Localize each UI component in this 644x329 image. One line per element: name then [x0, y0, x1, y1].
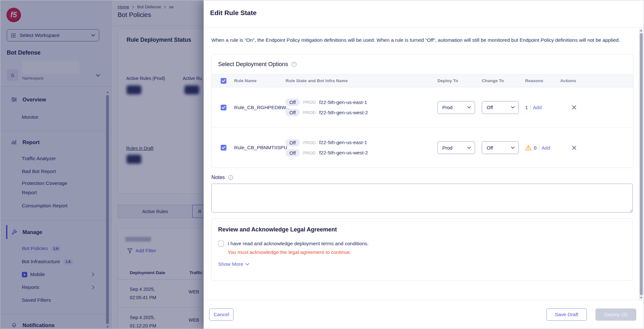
chevron-down-icon: [467, 147, 471, 149]
column-rule-name: Rule Name: [234, 78, 286, 83]
select-value: Off: [487, 105, 493, 110]
rule-name: Rule_CB_RGHPEDBW...: [234, 105, 286, 110]
show-more-link[interactable]: Show More: [218, 261, 249, 267]
rule-name: Rule_CB_PBNMTIISPU: [234, 145, 286, 151]
acknowledge-row: I have read and acknowledge deployment t…: [218, 241, 626, 247]
reasons-count: 1: [525, 105, 528, 110]
chevron-down-icon: [511, 106, 515, 108]
remove-row-button[interactable]: [570, 103, 578, 112]
remove-row-button[interactable]: [570, 143, 578, 152]
options-table-header: Rule Name Rule State and Bot Infra Name …: [212, 74, 633, 87]
modal-footer: Cancel Save Draft Deploy (2): [204, 300, 644, 329]
modal-scrollbar[interactable]: [639, 29, 643, 300]
select-value: Prod: [442, 105, 453, 110]
reasons-count: 0: [534, 145, 536, 151]
notes-textarea[interactable]: [211, 184, 633, 212]
add-reason-link[interactable]: Add: [542, 145, 550, 151]
row-checkbox[interactable]: [221, 145, 226, 151]
infra-name: f22-5th-gen-us-west-2: [319, 110, 368, 116]
state-pill: Off: [286, 149, 300, 157]
section-title: Select Deployment Options: [218, 61, 288, 68]
scroll-up-arrow[interactable]: [640, 30, 642, 31]
state-line: Off PROD f22-5th-gen-us-east-1: [286, 99, 437, 106]
notes-label: Notes: [211, 175, 225, 180]
save-draft-button[interactable]: Save Draft: [546, 308, 587, 321]
column-deploy-to: Deploy To: [437, 78, 482, 83]
footer-actions: Save Draft Deploy (2): [546, 308, 636, 321]
env-label: PROD: [303, 100, 316, 105]
state-pill: Off: [286, 99, 300, 106]
modal-body: When a rule is “On”, the Endpoint Policy…: [204, 27, 639, 300]
state-pill: Off: [286, 139, 300, 146]
legal-section-title: Review and Acknowledge Legal Agreement: [218, 226, 626, 233]
reasons-cell: 0 Add: [525, 145, 560, 151]
add-reason-link[interactable]: Add: [533, 105, 542, 110]
app-screen: f5 Select Workspace Bot Defense S Namesp…: [0, 0, 644, 329]
column-reasons: Reasons: [525, 78, 560, 83]
infra-name: f22-5th-gen-us-east-1: [319, 100, 367, 105]
state-line: Off PROD f22-5th-gen-us-west-2: [286, 109, 437, 116]
legal-error-text: You must acknowledge the legal agreement…: [228, 249, 626, 255]
env-label: PROD: [303, 140, 316, 145]
acknowledge-checkbox[interactable]: [218, 241, 224, 247]
row-checkbox[interactable]: [221, 105, 226, 110]
info-icon[interactable]: [228, 175, 233, 180]
reasons-cell: 1 Add: [525, 105, 560, 110]
rule-row: Rule_CB_RGHPEDBW... Off PROD f22-5th-gen…: [212, 87, 633, 127]
modal-title: Edit Rule State: [210, 9, 257, 17]
rule-row: Rule_CB_PBNMTIISPU Off PROD f22-5th-gen-…: [212, 127, 633, 168]
divider: [530, 105, 531, 110]
column-actions: Actions: [560, 78, 633, 83]
section-title-row: Select Deployment Options ?: [212, 54, 633, 74]
chevron-down-icon: [467, 106, 471, 108]
select-value: Off: [487, 145, 493, 151]
state-line: Off PROD f22-5th-gen-us-west-2: [286, 149, 437, 157]
help-icon[interactable]: ?: [291, 62, 297, 67]
change-to-select[interactable]: Off: [482, 141, 519, 154]
change-to-select[interactable]: Off: [482, 101, 519, 114]
deployment-options-section: Select Deployment Options ? Rule Name Ru…: [211, 54, 633, 168]
show-more-label: Show More: [218, 261, 243, 267]
chevron-down-icon: [511, 147, 515, 149]
acknowledge-label: I have read and acknowledge deployment t…: [228, 241, 369, 247]
divider: [539, 145, 539, 151]
deploy-button[interactable]: Deploy (2): [595, 308, 636, 321]
select-value: Prod: [442, 145, 453, 151]
legal-agreement-section: Review and Acknowledge Legal Agreement I…: [211, 218, 633, 281]
svg-text:?: ?: [293, 63, 295, 66]
column-change-to: Change To: [482, 78, 525, 83]
warning-icon: [525, 145, 532, 151]
scroll-down-arrow[interactable]: [640, 297, 642, 299]
modal-header: Edit Rule State: [204, 0, 644, 28]
env-label: PROD: [303, 151, 316, 155]
rule-states: Off PROD f22-5th-gen-us-east-1 Off PROD …: [286, 139, 437, 157]
modal-description: When a rule is “On”, the Endpoint Policy…: [211, 36, 627, 45]
rule-states: Off PROD f22-5th-gen-us-east-1 Off PROD …: [286, 99, 437, 116]
deploy-to-select[interactable]: Prod: [437, 141, 475, 154]
chevron-down-icon: [245, 263, 249, 265]
infra-name: f22-5th-gen-us-east-1: [319, 140, 367, 145]
deploy-to-select[interactable]: Prod: [437, 101, 475, 114]
state-pill: Off: [286, 109, 300, 116]
infra-name: f22-5th-gen-us-west-2: [319, 150, 368, 156]
scrollbar-thumb[interactable]: [640, 33, 643, 295]
column-rule-state: Rule State and Bot Infra Name: [286, 78, 437, 83]
cancel-button[interactable]: Cancel: [209, 308, 234, 321]
notes-label-row: Notes: [211, 175, 631, 180]
edit-rule-state-modal: Edit Rule State When a rule is “On”, the…: [204, 0, 644, 329]
select-all-checkbox[interactable]: [221, 78, 226, 84]
state-line: Off PROD f22-5th-gen-us-east-1: [286, 139, 437, 146]
env-label: PROD: [303, 110, 316, 115]
